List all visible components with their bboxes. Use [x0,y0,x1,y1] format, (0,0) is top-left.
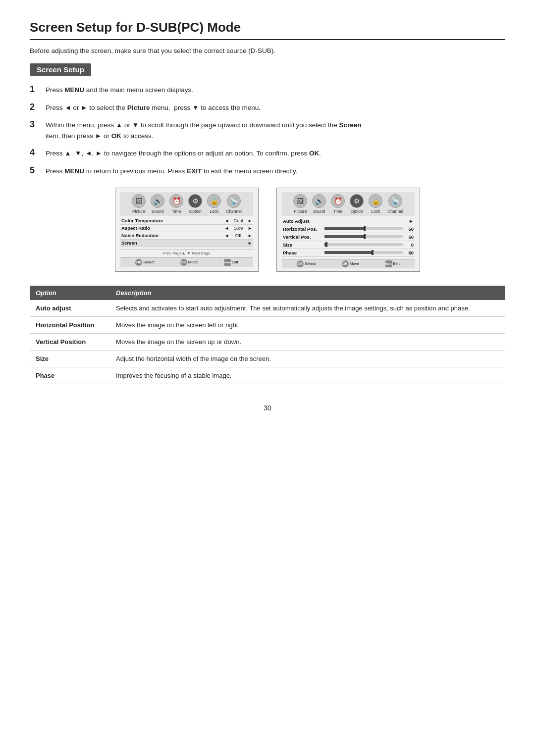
ok-select-icon-right: OK [297,260,304,267]
right-icon-option: ⚙ Option [350,194,364,214]
noise-reduction-row: Noise Reduction ◄ Off ► [120,232,253,240]
desc-vertical-position: Moves the image on the screen up or down… [110,333,505,350]
step-num-2: 2 [30,102,46,112]
right-menu-rows: Auto Adjust ► Horizontal Pos. 50 Vertica… [282,217,415,257]
right-icon-time: ⏰ Time [331,194,345,214]
r-lock-icon: 🔒 [369,194,382,208]
left-menu-footer: Prev Page▲ ▼ Next Page [120,249,253,255]
right-menu-icons: 🖼 Picture 🔊 Sound ⏰ Time ⚙ Option 🔒 Lock… [282,192,415,215]
page-number: 30 [30,404,505,412]
left-menu-rows: Color Temperature ◄ Cool ► Aspect Ratio … [120,217,253,247]
aspect-ratio-row: Aspect Ratio ◄ 16:9 ► [120,225,253,232]
step-text-4: Press ▲, ▼, ◄, ► to navigate through the… [46,148,321,159]
r-picture-icon: 🖼 [293,194,307,208]
left-icon-option: ⚙ Option [188,194,202,214]
left-menu-icons: 🖼 Picture 🔊 Sound ⏰ Time ⚙ Option 🔒 Lock… [120,192,253,215]
lock-icon: 🔒 [207,194,221,208]
vertical-pos-row: Vertical Pos. 50 [282,233,415,241]
step-text-1: Press MENU and the main menu screen disp… [46,85,193,96]
steps-container: 1 Press MENU and the main menu screen di… [30,85,505,177]
step-5: 5 Press MENU to return to previous menu.… [30,166,505,177]
option-size: Size [30,350,110,367]
desc-size: Adjust the horizontal width of the image… [110,350,505,367]
option-vertical-position: Vertical Position [30,333,110,350]
screen-row: Screen ► [120,240,253,247]
table-row: Auto adjust Selects and activates to sta… [30,300,505,317]
left-icon-sound: 🔊 Sound [151,194,164,214]
options-table: Option Description Auto adjust Selects a… [30,286,505,384]
picture-icon: 🖼 [132,194,146,208]
option-icon: ⚙ [188,194,202,208]
option-phase: Phase [30,367,110,384]
phase-row: Phase 60 [282,249,415,257]
step-4: 4 Press ▲, ▼, ◄, ► to navigate through t… [30,148,505,159]
option-auto-adjust: Auto adjust [30,300,110,317]
step-num-4: 4 [30,148,46,158]
table-row: Size Adjust the horizontal width of the … [30,350,505,367]
horizontal-pos-row: Horizontal Pos. 50 [282,225,415,233]
phase-bar [324,251,403,254]
step-num-3: 3 [30,119,46,130]
table-row: Phase Improves the focusing of a stable … [30,367,505,384]
table-row: Vertical Position Moves the image on the… [30,333,505,350]
right-icon-channel: 📡 Channel [387,194,403,214]
step-1: 1 Press MENU and the main menu screen di… [30,85,505,96]
option-col-header: Option [30,286,110,300]
step-2: 2 Press ◄ or ► to select the Picture men… [30,102,505,113]
right-icon-lock: 🔒 Lock [369,194,382,214]
ok-move-icon-right: OK [342,260,349,267]
options-table-header: Option Description [30,286,505,300]
left-icon-picture: 🖼 Picture [132,194,146,214]
title-divider [30,39,505,40]
table-row: Horizontal Position Moves the image on t… [30,316,505,333]
right-icon-picture: 🖼 Picture [293,194,307,214]
section-heading: Screen Setup [30,63,505,85]
left-icon-time: ⏰ Time [169,194,183,214]
menu-screenshots: 🖼 Picture 🔊 Sound ⏰ Time ⚙ Option 🔒 Lock… [30,188,505,272]
vertical-pos-bar [324,235,403,238]
step-num-5: 5 [30,165,46,176]
ok-move-icon-left: OK [180,259,187,266]
right-menu-bottom: OK Select OK Move Menu Exit [282,259,415,268]
horizontal-pos-bar [324,227,403,230]
left-menu-box: 🖼 Picture 🔊 Sound ⏰ Time ⚙ Option 🔒 Lock… [115,188,259,272]
size-bar [324,243,403,246]
step-3: 3 Within the menu, press ▲ or ▼ to scrol… [30,120,505,141]
step-num-1: 1 [30,84,46,95]
right-menu-box: 🖼 Picture 🔊 Sound ⏰ Time ⚙ Option 🔒 Lock… [276,188,420,272]
r-sound-icon: 🔊 [312,194,326,208]
time-icon: ⏰ [169,194,183,208]
r-time-icon: ⏰ [331,194,345,208]
menu-exit-icon-right: Menu [385,260,392,267]
menu-exit-icon-left: Menu [224,259,231,266]
r-option-icon: ⚙ [350,194,364,208]
auto-adjust-row: Auto Adjust ► [282,217,415,225]
left-menu-bottom: OK Select OK Move Menu Exit [120,257,253,267]
step-text-5: Press MENU to return to previous menu. P… [46,166,297,177]
color-temp-row: Color Temperature ◄ Cool ► [120,217,253,225]
option-horizontal-position: Horizontal Position [30,316,110,333]
step-text-3: Within the menu, press ▲ or ▼ to scroll … [46,120,362,141]
left-icon-lock: 🔒 Lock [207,194,221,214]
intro-text: Before adjusting the screen, make sure t… [30,47,505,54]
desc-auto-adjust: Selects and activates to start auto adju… [110,300,505,317]
desc-horizontal-position: Moves the image on the screen left or ri… [110,316,505,333]
desc-phase: Improves the focusing of a stable image. [110,367,505,384]
size-row: Size 0 [282,241,415,249]
description-col-header: Description [110,286,505,300]
r-channel-icon: 📡 [388,194,402,208]
ok-select-icon-left: OK [135,259,142,266]
step-text-2: Press ◄ or ► to select the Picture menu,… [46,102,261,113]
left-icon-channel: 📡 Channel [226,194,242,214]
right-icon-sound: 🔊 Sound [312,194,326,214]
sound-icon: 🔊 [151,194,164,208]
page-title: Screen Setup for D-SUB(PC) Mode [30,20,505,35]
channel-icon: 📡 [227,194,241,208]
